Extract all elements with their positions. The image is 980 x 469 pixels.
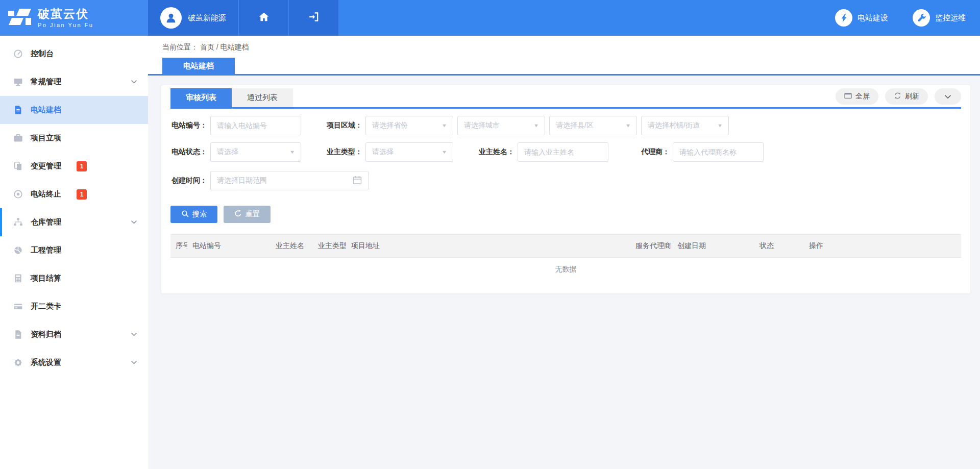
col-owner-type: 业主类型 xyxy=(313,235,346,258)
breadcrumb-home-link[interactable]: 首页 xyxy=(200,43,214,51)
tab-review-list[interactable]: 审核列表 xyxy=(170,88,232,107)
user-avatar-icon xyxy=(160,7,182,29)
sidebar-item-general-mgmt[interactable]: 常规管理 xyxy=(0,68,148,96)
sidebar-item-label: 项目立项 xyxy=(31,133,61,143)
owner-name-input[interactable] xyxy=(518,142,608,162)
user-menu[interactable]: 破茧新能源 xyxy=(148,0,238,36)
reset-button[interactable]: 重置 xyxy=(224,206,271,223)
content-area: 审核列表 通过列表 全屏 xyxy=(148,76,980,469)
module-label: 电站建设 xyxy=(857,13,888,23)
briefcase-icon xyxy=(13,133,23,143)
chevron-down-icon xyxy=(945,92,951,101)
agent-label: 代理商： xyxy=(633,147,670,157)
module-station-build[interactable]: 电站建设 xyxy=(835,9,888,27)
sidebar-item-engineering-mgmt[interactable]: 工程管理 xyxy=(0,236,148,264)
module-monitor-ops[interactable]: 监控运维 xyxy=(913,9,966,27)
module-label: 监控运维 xyxy=(935,13,966,23)
page-tab-station-archive[interactable]: 电站建档 xyxy=(162,58,235,74)
pie-chart-icon xyxy=(13,245,23,255)
filter-actions: 搜索 重置 xyxy=(170,206,961,223)
terminate-icon xyxy=(13,189,23,199)
caret-down-icon: ▼ xyxy=(442,150,448,155)
caret-down-icon: ▼ xyxy=(442,123,448,128)
home-button[interactable] xyxy=(238,0,288,36)
gear-icon xyxy=(13,358,23,367)
home-icon xyxy=(258,12,270,24)
results-table: 序号 电站编号 业主姓名 业主类型 项目地址 服务代理商 创建日期 状态 操作 xyxy=(170,234,961,281)
sidebar-item-project-initiation[interactable]: 项目立项 xyxy=(0,124,148,152)
calendar-icon xyxy=(353,176,362,186)
caret-down-icon: ▼ xyxy=(717,123,723,128)
logout-button[interactable] xyxy=(288,0,338,36)
station-no-input[interactable] xyxy=(210,116,301,135)
breadcrumb-bar: 当前位置： 首页 / 电站建档 电站建档 xyxy=(148,36,980,76)
town-select[interactable]: 请选择村镇/街道▼ xyxy=(641,116,729,135)
caret-down-icon: ▼ xyxy=(533,123,540,128)
city-select[interactable]: 请选择城市▼ xyxy=(457,116,545,135)
sidebar-item-project-settlement[interactable]: 项目结算 xyxy=(0,264,148,292)
wrench-icon xyxy=(913,9,930,27)
refresh-button[interactable]: 刷新 xyxy=(885,88,928,105)
sidebar-item-label: 仓库管理 xyxy=(31,217,61,227)
brand-title: 破茧云伏 xyxy=(38,8,93,20)
panel-tab-bar: 审核列表 通过列表 全屏 xyxy=(170,88,961,109)
tab-approved-list[interactable]: 通过列表 xyxy=(232,88,293,107)
chevron-down-icon xyxy=(131,361,137,364)
sidebar-item-system-settings[interactable]: 系统设置 xyxy=(0,349,148,377)
sidebar-item-label: 开二类卡 xyxy=(31,302,61,311)
fullscreen-button[interactable]: 全屏 xyxy=(836,88,878,105)
sidebar-item-label: 控制台 xyxy=(31,49,54,59)
sign-in-icon xyxy=(308,12,320,24)
filter-row-3: 创建时间： 请选择日期范围 xyxy=(170,171,961,190)
brand-subtitle: Po Jian Yun Fu xyxy=(38,22,93,28)
empty-row: 无数据 xyxy=(170,258,961,281)
bank-card-icon xyxy=(13,302,23,311)
active-indicator-bar xyxy=(0,208,2,236)
sidebar-item-label: 工程管理 xyxy=(31,245,61,255)
sidebar-item-label: 项目结算 xyxy=(31,274,61,283)
breadcrumb-current: 电站建档 xyxy=(220,43,249,51)
sidebar-item-dashboard[interactable]: 控制台 xyxy=(0,40,148,68)
province-select[interactable]: 请选择省份▼ xyxy=(365,116,453,135)
notification-badge: 1 xyxy=(77,189,87,200)
filter-row-1: 电站编号： 项目区域： 请选择省份▼ 请选择城市▼ 请选择县/区▼ xyxy=(170,116,961,135)
archive-icon xyxy=(13,330,23,339)
header-modules: 电站建设 监控运维 xyxy=(835,0,980,36)
logo-mark-icon xyxy=(8,8,32,28)
station-status-label: 电站状态： xyxy=(170,147,207,157)
chevron-down-icon xyxy=(131,220,137,224)
sidebar-item-data-archive[interactable]: 资料归档 xyxy=(0,320,148,349)
col-create-date: 创建日期 xyxy=(672,235,754,258)
col-index: 序号 xyxy=(170,235,187,258)
sidebar-item-open-card[interactable]: 开二类卡 xyxy=(0,292,148,320)
sidebar-item-label: 系统设置 xyxy=(31,358,61,367)
owner-type-label: 业主类型： xyxy=(326,147,362,157)
chevron-down-icon xyxy=(131,333,137,336)
breadcrumb-prefix: 当前位置： xyxy=(162,43,198,51)
collapse-button[interactable] xyxy=(935,88,961,105)
brand-logo: 破茧云伏 Po Jian Yun Fu xyxy=(0,0,148,36)
caret-down-icon: ▼ xyxy=(289,150,296,155)
date-range-input[interactable]: 请选择日期范围 xyxy=(210,171,369,190)
agent-input[interactable] xyxy=(673,142,764,162)
refresh-icon xyxy=(894,92,901,101)
filter-row-2: 电站状态： 请选择▼ 业主类型： 请选择▼ 业主姓名： 代理商： xyxy=(170,142,961,162)
sidebar-item-station-archive[interactable]: 电站建档 xyxy=(0,96,148,124)
fullscreen-icon xyxy=(844,92,852,101)
district-select[interactable]: 请选择县/区▼ xyxy=(549,116,637,135)
station-archive-panel: 审核列表 通过列表 全屏 xyxy=(161,85,970,293)
user-name: 破茧新能源 xyxy=(188,13,226,23)
col-owner-name: 业主姓名 xyxy=(271,235,313,258)
search-button[interactable]: 搜索 xyxy=(170,206,217,223)
sidebar-item-warehouse-mgmt[interactable]: 仓库管理 xyxy=(0,208,148,236)
sidebar-item-station-terminate[interactable]: 电站终止 1 xyxy=(0,180,148,208)
owner-type-select[interactable]: 请选择▼ xyxy=(365,142,453,162)
sidebar-nav: 控制台 常规管理 电站建档 项 xyxy=(0,36,148,469)
app-root: 破茧云伏 Po Jian Yun Fu 破茧新能源 xyxy=(0,0,980,469)
caret-down-icon: ▼ xyxy=(625,123,631,128)
col-station-no: 电站编号 xyxy=(187,235,271,258)
region-label: 项目区域： xyxy=(326,121,362,130)
lightning-icon xyxy=(835,9,852,27)
station-status-select[interactable]: 请选择▼ xyxy=(210,142,301,162)
sidebar-item-change-mgmt[interactable]: 变更管理 1 xyxy=(0,152,148,180)
